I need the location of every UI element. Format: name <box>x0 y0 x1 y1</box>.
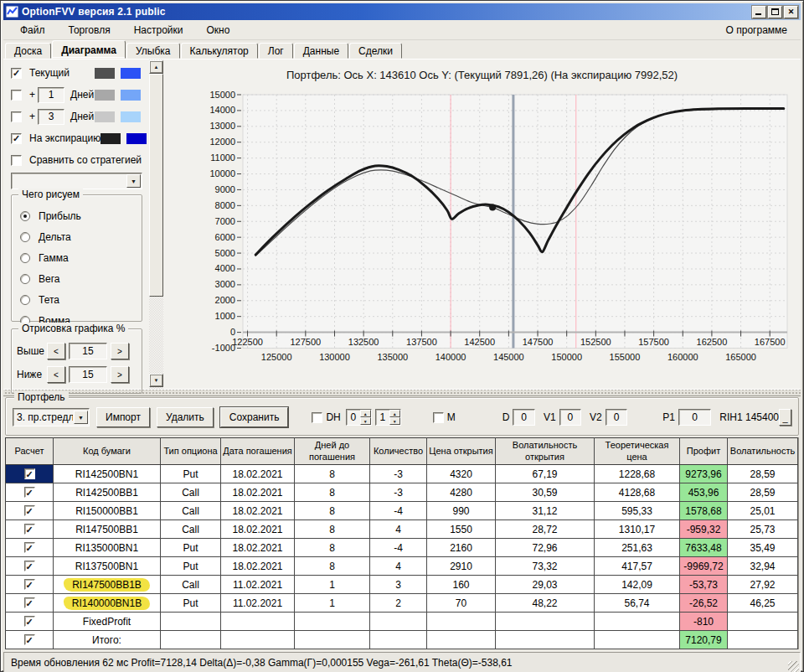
row-calc-checkbox[interactable]: ✓ <box>24 616 35 627</box>
menu-item[interactable]: Настройки <box>124 22 193 39</box>
table-cell[interactable]: 2 <box>370 594 427 613</box>
tab-Данные[interactable]: Данные <box>294 43 348 59</box>
spinner-up-icon[interactable]: ▲ <box>389 410 400 417</box>
strategy-select[interactable]: 3. пр.стредл ▼ <box>13 408 90 426</box>
column-header[interactable]: Тип опциона <box>161 438 221 465</box>
collapse-button[interactable]: _ <box>779 409 791 426</box>
table-cell[interactable]: Итого: <box>54 631 161 649</box>
radio-icon[interactable] <box>20 211 30 221</box>
table-cell[interactable]: 4320 <box>427 465 496 483</box>
row-calc-checkbox[interactable]: ✓ <box>24 597 35 608</box>
table-cell[interactable]: 18.02.2021 <box>221 465 295 483</box>
table-cell[interactable]: 29,03 <box>496 576 595 594</box>
table-cell[interactable]: 30,59 <box>496 483 595 502</box>
spinner-down-icon[interactable]: ▼ <box>389 417 400 425</box>
spinner-down-icon[interactable]: ▼ <box>360 417 371 425</box>
layer-checkbox[interactable] <box>11 90 22 101</box>
table-cell[interactable]: RI137500BN1 <box>54 557 161 576</box>
left-panel-scrollbar[interactable]: ▲ ▼ <box>149 59 163 389</box>
table-cell[interactable]: 73,32 <box>496 557 595 576</box>
p1-field[interactable]: 0 <box>678 409 711 426</box>
import-button[interactable]: Импорт <box>96 407 150 427</box>
draw-option-Дельта[interactable]: Дельта <box>12 226 142 247</box>
tab-Калькулятор[interactable]: Калькулятор <box>181 43 258 59</box>
tab-Доска[interactable]: Доска <box>5 43 51 59</box>
scroll-up-icon[interactable]: ▲ <box>149 60 163 74</box>
table-cell[interactable]: Put <box>161 465 221 483</box>
column-header[interactable]: Код бумаги <box>54 438 161 465</box>
scroll-down-icon[interactable]: ▼ <box>149 374 163 387</box>
table-cell[interactable]: 8 <box>295 557 370 576</box>
table-cell[interactable]: 28,72 <box>496 520 595 539</box>
radio-icon[interactable] <box>20 232 30 242</box>
title-bar[interactable]: OptionFVV версия 2.1 public ✕ <box>3 3 801 20</box>
table-cell[interactable]: 8 <box>295 539 370 557</box>
tab-Улыбка[interactable]: Улыбка <box>126 43 180 59</box>
table-cell[interactable] <box>595 613 680 631</box>
table-cell[interactable]: 32,94 <box>728 557 798 576</box>
strategy-compare-select[interactable]: ▼ <box>11 173 142 189</box>
days-field[interactable]: 1 <box>38 87 64 103</box>
table-cell[interactable]: Call <box>161 483 221 502</box>
table-cell[interactable]: 67,19 <box>496 465 595 483</box>
table-cell[interactable]: 3 <box>370 576 427 594</box>
table-cell[interactable]: 28,59 <box>728 483 798 502</box>
menu-item[interactable]: Торговля <box>59 22 121 39</box>
tab-Сделки[interactable]: Сделки <box>349 43 402 59</box>
table-cell[interactable]: 1228,68 <box>595 465 680 483</box>
table-cell[interactable]: 4128,68 <box>595 483 680 502</box>
draw-option-Вега[interactable]: Вега <box>12 268 142 289</box>
table-cell[interactable]: 18.02.2021 <box>221 483 295 502</box>
increase-button[interactable]: > <box>111 366 129 383</box>
table-cell[interactable]: 2160 <box>427 539 496 557</box>
calc-cell[interactable]: ✓ <box>6 631 54 649</box>
table-cell[interactable]: -810 <box>680 613 728 631</box>
table-cell[interactable]: 160 <box>427 576 496 594</box>
row-calc-checkbox[interactable]: ✓ <box>24 634 35 645</box>
v2-field[interactable]: 0 <box>606 409 627 426</box>
column-header[interactable]: Дней до погашения <box>295 438 370 465</box>
table-cell[interactable]: -4 <box>370 502 427 520</box>
table-cell[interactable]: 1550 <box>427 520 496 539</box>
table-cell[interactable]: 56,74 <box>595 594 680 613</box>
percent-field[interactable]: 15 <box>69 366 107 383</box>
chevron-down-icon[interactable]: ▼ <box>126 174 141 188</box>
table-cell[interactable]: 72,96 <box>496 539 595 557</box>
menu-item[interactable]: Окно <box>197 22 240 39</box>
radio-icon[interactable] <box>20 274 30 284</box>
table-cell[interactable]: RI142500BB1 <box>54 483 161 502</box>
dh-spinner-a[interactable]: 0 ▲▼ <box>346 409 372 426</box>
row-calc-checkbox[interactable]: ✓ <box>24 487 35 498</box>
table-cell[interactable]: RI135000BN1 <box>54 539 161 557</box>
table-cell[interactable]: 595,33 <box>595 502 680 520</box>
table-cell[interactable]: -3 <box>370 465 427 483</box>
layer-checkbox[interactable]: ✓ <box>11 68 22 79</box>
table-cell[interactable] <box>728 613 798 631</box>
table-cell[interactable] <box>221 613 295 631</box>
table-cell[interactable] <box>595 631 680 649</box>
table-cell[interactable]: 1 <box>295 594 370 613</box>
profit-chart[interactable]: 1500014000130001200011000100009000800070… <box>163 83 799 372</box>
table-cell[interactable]: 8 <box>295 465 370 483</box>
table-cell[interactable]: -26,52 <box>680 594 728 613</box>
table-cell[interactable]: 25,73 <box>728 520 798 539</box>
table-cell[interactable]: 70 <box>427 594 496 613</box>
table-cell[interactable] <box>496 613 595 631</box>
table-cell[interactable]: -9969,72 <box>680 557 728 576</box>
table-cell[interactable]: 7633,48 <box>680 539 728 557</box>
table-cell[interactable]: Call <box>161 520 221 539</box>
menu-item[interactable]: Файл <box>10 22 55 39</box>
calc-cell[interactable]: ✓ <box>6 465 54 483</box>
table-cell[interactable]: 27,92 <box>728 576 798 594</box>
table-cell[interactable]: 4 <box>370 520 427 539</box>
draw-option-Гамма[interactable]: Гамма <box>12 247 142 268</box>
table-cell[interactable]: -959,32 <box>680 520 728 539</box>
percent-field[interactable]: 15 <box>69 343 107 359</box>
calc-cell[interactable]: ✓ <box>6 594 54 613</box>
compare-strategy-checkbox[interactable] <box>11 155 22 166</box>
decrease-button[interactable]: < <box>47 366 65 383</box>
table-cell[interactable]: RI147500BB1B <box>54 576 161 594</box>
maximize-button[interactable] <box>768 6 782 18</box>
table-cell[interactable]: 1310,17 <box>595 520 680 539</box>
table-cell[interactable]: 8 <box>295 483 370 502</box>
